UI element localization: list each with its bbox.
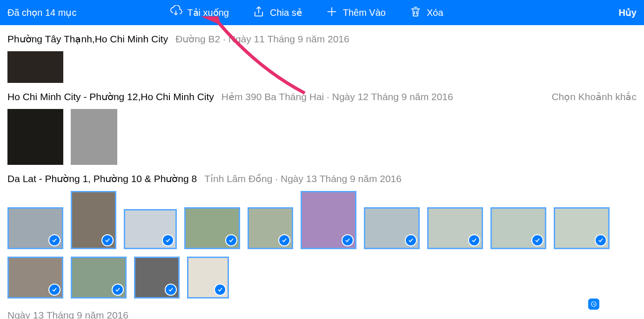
checkmark-icon (342, 234, 354, 246)
checkmark-icon (468, 234, 480, 246)
thumbnail-row (7, 45, 637, 83)
checkmark-icon (101, 234, 114, 246)
photo-thumbnail[interactable] (71, 191, 116, 249)
section-header: Ho Chi Minh City - Phường 12,Ho Chi Minh… (7, 83, 637, 102)
checkmark-icon (162, 234, 174, 246)
photo-thumbnail[interactable] (7, 257, 63, 299)
selection-toolbar: Đã chọn 14 mục Tải xuống Chia sẻ Thêm Và… (0, 0, 644, 25)
checkmark-icon (214, 284, 226, 296)
cloud-download-icon (169, 5, 182, 20)
photo-thumbnail[interactable] (301, 191, 356, 249)
thumbnail-row (7, 184, 637, 299)
checkmark-icon (595, 234, 607, 246)
photos-content: Phường Tây Thạnh,Ho Chi Minh CityĐường B… (0, 25, 644, 299)
section-subtitle: Hẻm 390 Ba Tháng Hai · Ngày 12 Tháng 9 n… (221, 91, 453, 102)
photo-thumbnail[interactable] (71, 257, 127, 299)
checkmark-icon (405, 234, 417, 246)
photo-thumbnail[interactable] (7, 51, 63, 83)
addto-label: Thêm Vào (343, 7, 386, 18)
photo-thumbnail[interactable] (490, 207, 546, 249)
photo-thumbnail[interactable] (364, 207, 420, 249)
add-to-button[interactable]: Thêm Vào (325, 5, 386, 20)
footer-date: Ngày 13 Tháng 9 năm 2016 (0, 299, 644, 319)
download-button[interactable]: Tải xuống (169, 5, 229, 20)
photo-thumbnail[interactable] (427, 207, 483, 249)
selection-count: Đã chọn 14 mục (7, 7, 76, 18)
section-title: Da Lat - Phường 1, Phường 10 & Phường 8 (7, 173, 197, 184)
photo-thumbnail[interactable] (7, 207, 63, 249)
share-icon (252, 5, 265, 20)
checkmark-icon (165, 284, 177, 296)
delete-label: Xóa (427, 7, 443, 18)
checkmark-icon (278, 234, 290, 246)
section-title: Ho Chi Minh City - Phường 12,Ho Chi Minh… (7, 91, 214, 102)
checkmark-icon (531, 234, 543, 246)
section-subtitle: Tỉnh Lâm Đồng · Ngày 13 Tháng 9 năm 2016 (204, 173, 402, 184)
delete-button[interactable]: Xóa (409, 5, 443, 20)
photo-thumbnail[interactable] (187, 257, 229, 299)
photo-thumbnail[interactable] (124, 209, 177, 249)
photo-thumbnail[interactable] (71, 109, 117, 165)
checkmark-icon (112, 284, 124, 296)
section-header: Phường Tây Thạnh,Ho Chi Minh CityĐường B… (7, 25, 637, 45)
trash-icon (409, 5, 422, 20)
download-label: Tải xuống (187, 7, 229, 18)
checkmark-icon (48, 234, 60, 246)
checkmark-icon (225, 234, 237, 246)
section-header: Da Lat - Phường 1, Phường 10 & Phường 8T… (7, 165, 637, 184)
photo-thumbnail[interactable] (248, 207, 293, 249)
share-button[interactable]: Chia sẻ (252, 5, 302, 20)
section-title: Phường Tây Thạnh,Ho Chi Minh City (7, 34, 168, 45)
photo-thumbnail[interactable] (7, 109, 63, 165)
thumbnail-row (7, 102, 637, 165)
cancel-button[interactable]: Hủy (618, 7, 637, 18)
share-label: Chia sẻ (270, 7, 302, 18)
plus-icon (325, 5, 338, 20)
app-badge-icon (588, 299, 599, 310)
section-subtitle: Đường B2 · Ngày 11 Tháng 9 năm 2016 (175, 34, 349, 45)
photo-thumbnail[interactable] (184, 207, 240, 249)
photo-thumbnail[interactable] (554, 207, 610, 249)
checkmark-icon (48, 284, 60, 296)
select-moment-button[interactable]: Chọn Khoảnh khắc (551, 91, 637, 102)
photo-thumbnail[interactable] (134, 257, 180, 299)
